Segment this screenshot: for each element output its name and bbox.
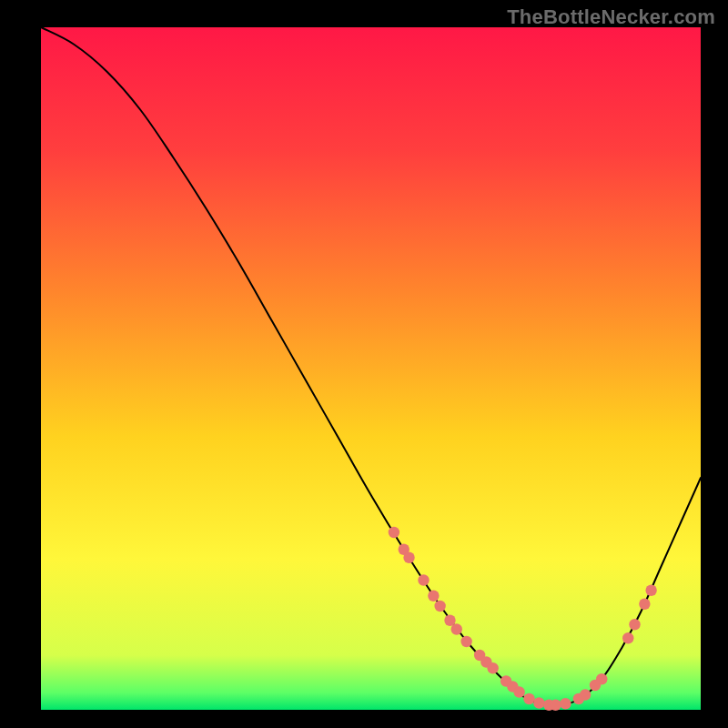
data-point-dot — [434, 601, 445, 612]
data-point-dot — [460, 636, 471, 647]
data-point-dot — [428, 591, 439, 602]
data-point-dot — [629, 619, 640, 630]
heat-gradient-background — [41, 27, 701, 710]
data-point-dot — [403, 552, 414, 563]
data-point-dot — [523, 693, 534, 704]
data-point-dot — [533, 697, 544, 708]
data-point-dot — [596, 673, 607, 684]
chart-frame: TheBottleNecker.com — [0, 0, 728, 728]
data-point-dot — [513, 686, 524, 697]
data-point-dot — [580, 689, 591, 700]
data-point-dot — [560, 698, 571, 709]
data-point-dot — [451, 623, 462, 634]
data-point-dot — [389, 527, 399, 538]
data-point-dot — [550, 700, 561, 711]
bottleneck-curve-chart — [0, 0, 728, 728]
data-point-dot — [418, 574, 429, 585]
attribution-label: TheBottleNecker.com — [507, 5, 715, 29]
data-point-dot — [639, 599, 650, 610]
data-point-dot — [487, 662, 498, 673]
data-point-dot — [622, 632, 633, 643]
data-point-dot — [645, 585, 656, 596]
